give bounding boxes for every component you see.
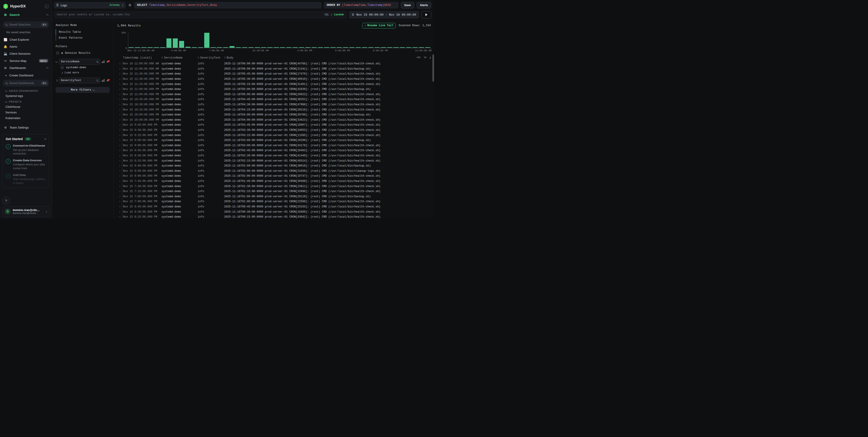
row-expand-icon[interactable]: › <box>117 103 123 106</box>
table-row[interactable]: ›Nov 15 10:00:00.000 PMsystemd-demoinfo2… <box>117 112 434 117</box>
sidebar-item-client-sessions[interactable]: 💻Client Sessions <box>0 50 52 57</box>
column-header-timestamp-local-[interactable]: Timestamp (Local) <box>123 56 161 60</box>
vertical-scrollbar[interactable] <box>432 55 434 81</box>
denoise-results-option[interactable]: ◍ Denoise Results <box>56 51 110 56</box>
get-started-step[interactable]: ✓Add DataStart sending logs, metrics, or… <box>6 173 46 185</box>
table-row[interactable]: ›Nov 15 9:15:00.000 PMsystemd-demoinfo20… <box>117 133 434 138</box>
select-query-input[interactable]: SELECT Timestamp,ServiceName,SeverityTex… <box>134 2 321 9</box>
table-row[interactable]: ›Nov 15 8:00:00.000 PMsystemd-demoinfo20… <box>117 173 434 179</box>
table-row[interactable]: ›Nov 15 9:00:00.000 PMsystemd-demoinfo20… <box>117 138 434 143</box>
drag-handle-icon[interactable]: ⠿ <box>198 57 199 59</box>
get-started-step[interactable]: ✓Create Data SourcesConfigure where your… <box>6 158 46 170</box>
analysis-mode-results-table[interactable]: Results Table <box>56 29 110 35</box>
table-row[interactable]: ›Nov 15 9:30:00.000 PMsystemd-demoinfo20… <box>117 128 434 133</box>
row-expand-icon[interactable]: › <box>117 195 123 198</box>
text-wrap-icon[interactable]: ⮒ <box>424 56 427 59</box>
create-dashboard-button[interactable]: + Create Dashboard <box>0 71 52 79</box>
resume-live-tail-button[interactable]: ⚡ Resume Live Tail <box>362 23 396 29</box>
table-row[interactable]: ›Nov 15 10:30:00.000 PMsystemd-demoinfo2… <box>117 102 434 107</box>
table-row[interactable]: ›Nov 15 8:30:00.000 PMsystemd-demoinfo20… <box>117 153 434 158</box>
table-row[interactable]: ›Nov 15 8:45:00.000 PMsystemd-demoinfo20… <box>117 148 434 153</box>
table-row[interactable]: ›Nov 15 11:00:00.000 PMsystemd-demoinfo2… <box>117 87 434 92</box>
filter-checkbox[interactable] <box>61 66 64 69</box>
row-expand-icon[interactable]: › <box>117 134 123 137</box>
sidebar-item-service-map[interactable]: ⚯Service MapBETA <box>0 57 52 64</box>
section-header[interactable]: PRESETS <box>0 99 52 104</box>
order-by-input[interactable]: ORDER BY (TimestampTime, Timestamp) DESC <box>324 2 399 9</box>
row-expand-icon[interactable]: › <box>117 149 123 152</box>
saved-dashboards-input[interactable]: Saved Dashboards ⌘K <box>3 80 49 87</box>
table-row[interactable]: ›Nov 15 9:45:00.000 PMsystemd-demoinfo20… <box>117 123 434 128</box>
row-expand-icon[interactable]: › <box>117 98 123 101</box>
table-row[interactable]: ›Nov 15 11:30:00.000 PMsystemd-demoinfo2… <box>117 77 434 82</box>
column-header-severitytext[interactable]: ⠿SeverityText <box>198 56 224 60</box>
denoise-checkbox[interactable] <box>56 52 59 55</box>
row-expand-icon[interactable]: › <box>117 190 123 193</box>
language-toggle[interactable]: SQL | Lucene <box>324 13 344 16</box>
run-query-button[interactable] <box>421 11 431 19</box>
row-expand-icon[interactable]: › <box>117 144 123 147</box>
table-row[interactable]: ›Nov 15 6:45:00.000 PMsystemd-demoinfo20… <box>117 204 434 209</box>
drag-handle-icon[interactable]: ⠿ <box>161 57 163 59</box>
row-expand-icon[interactable]: › <box>117 205 123 208</box>
drag-handle-icon[interactable]: ⠿ <box>224 57 225 59</box>
table-row[interactable]: ›Nov 15 6:30:00.000 PMsystemd-demoinfo20… <box>117 209 434 214</box>
sidebar-item-search[interactable]: ⊞ Search <box>0 11 52 18</box>
sidebar-link-kubernetes[interactable]: Kubernetes <box>0 115 52 121</box>
download-icon[interactable]: ⤓ <box>430 56 431 59</box>
sql-toggle[interactable]: SQL <box>324 13 329 16</box>
chevron-down-icon[interactable] <box>55 60 58 63</box>
table-row[interactable]: ›Nov 15 10:45:00.000 PMsystemd-demoinfo2… <box>117 97 434 102</box>
more-filters-button[interactable]: More filters <box>56 87 110 93</box>
pin-icon[interactable]: 📌 <box>105 78 110 83</box>
table-row[interactable]: ›Nov 15 8:15:00.000 PMsystemd-demoinfo20… <box>117 158 434 163</box>
sidebar-item-alerts[interactable]: 🔔Alerts <box>0 43 52 50</box>
save-button[interactable]: Save <box>401 2 414 9</box>
date-range-picker[interactable]: 🗓 Nov 15 00:00:00 - Nov 16 00:00:00 <box>349 11 419 19</box>
sidebar-item-dashboards[interactable]: ⊞Dashboards <box>0 64 52 71</box>
bar-chart-icon[interactable] <box>102 60 104 63</box>
table-row[interactable]: ›Nov 15 11:00:00.000 PMsystemd-demoinfo2… <box>117 92 434 97</box>
column-header-body[interactable]: ⠿Body <box>224 56 414 60</box>
table-row[interactable]: ›Nov 15 11:15:00.000 PMsystemd-demoinfo2… <box>117 81 434 87</box>
row-expand-icon[interactable]: › <box>117 160 123 162</box>
get-started-step[interactable]: ✓Connect to ClickHouseSet up your databa… <box>6 144 46 156</box>
user-menu[interactable]: D dominic.tran@clic... dominic.tran@clic… <box>2 206 50 217</box>
table-row[interactable]: ›Nov 15 9:00:00.000 PMsystemd-demoinfo20… <box>117 143 434 148</box>
help-button[interactable]: ? <box>2 197 10 204</box>
bar-chart-icon[interactable] <box>102 79 104 82</box>
row-expand-icon[interactable]: › <box>117 108 123 111</box>
histogram-bar[interactable] <box>166 38 172 48</box>
table-row[interactable]: ›Nov 15 7:00:00.000 PMsystemd-demoinfo20… <box>117 199 434 204</box>
row-expand-icon[interactable]: › <box>117 175 123 177</box>
row-expand-icon[interactable]: › <box>117 124 123 126</box>
column-header-servicename[interactable]: ⠿ServiceName <box>161 56 198 60</box>
histogram-bar[interactable] <box>173 38 178 48</box>
results-histogram[interactable]: 320 0 Nov 15 12:00:00 AM4:00:00 AM7:00:0… <box>118 31 431 52</box>
table-row[interactable]: ›Nov 15 6:15:00.000 PMsystemd-demoinfo20… <box>117 214 434 218</box>
histogram-bar[interactable] <box>204 33 209 48</box>
event-search-input[interactable]: Search your events w/ Lucene ex. column:… <box>54 11 347 19</box>
alerts-button[interactable]: Alerts <box>416 2 431 9</box>
saved-searches-input[interactable]: Saved Searches ⌘K <box>3 21 49 28</box>
table-row[interactable]: ›Nov 15 10:15:00.000 PMsystemd-demoinfo2… <box>117 107 434 112</box>
table-row[interactable]: ›Nov 15 7:15:00.000 PMsystemd-demoinfo20… <box>117 189 434 194</box>
row-expand-icon[interactable]: › <box>117 200 123 203</box>
get-started-header[interactable]: Get Started 3/3 <box>6 137 46 141</box>
row-expand-icon[interactable]: › <box>117 78 123 80</box>
row-expand-icon[interactable]: › <box>117 170 123 172</box>
row-expand-icon[interactable]: › <box>117 62 123 65</box>
pin-icon[interactable]: 📌 <box>105 60 110 64</box>
chevron-right-icon[interactable] <box>55 79 58 81</box>
code-view-icon[interactable]: </> <box>416 56 421 59</box>
row-expand-icon[interactable]: › <box>117 88 123 91</box>
sidebar-item-team-settings[interactable]: ⚙ Team Settings <box>0 124 52 131</box>
row-expand-icon[interactable]: › <box>117 185 123 188</box>
table-row[interactable]: ›Nov 15 8:00:00.000 PMsystemd-demoinfo20… <box>117 163 434 169</box>
row-expand-icon[interactable]: › <box>117 129 123 132</box>
source-selector[interactable]: 🗄 Logs Schema ▲▼ <box>54 2 126 9</box>
row-expand-icon[interactable]: › <box>117 113 123 116</box>
table-row[interactable]: ›Nov 16 12:00:00.000 AMsystemd-demoinfo2… <box>117 61 434 66</box>
analysis-mode-event-patterns[interactable]: Event Patterns <box>56 35 110 41</box>
filter-group-search[interactable]: ServiceName <box>59 59 100 65</box>
